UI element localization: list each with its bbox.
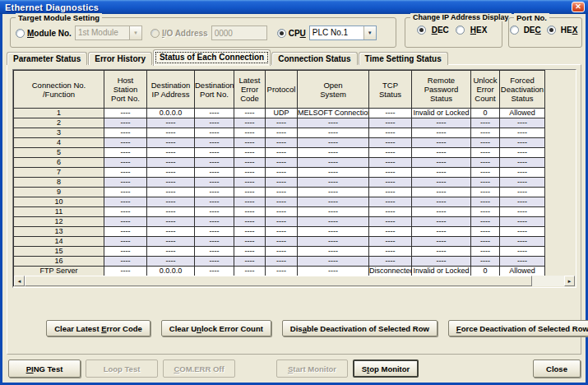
cpu-radio[interactable] bbox=[277, 29, 286, 38]
force-deactivation-of-selected-row-button[interactable]: Force Deactivation of Selected Row bbox=[448, 320, 588, 336]
port-hex-label: HEX bbox=[561, 26, 578, 35]
cell: ---- bbox=[298, 237, 369, 247]
table-row[interactable]: 6---------------------------------------… bbox=[14, 158, 545, 168]
port-hex-radio[interactable] bbox=[547, 26, 556, 35]
scrollbar-thumb[interactable] bbox=[25, 276, 532, 286]
table-row[interactable]: 9---------------------------------------… bbox=[14, 188, 545, 197]
cell: ---- bbox=[234, 197, 266, 207]
cell: ---- bbox=[412, 197, 471, 207]
cell: ---- bbox=[266, 217, 298, 227]
close-icon[interactable]: ✕ bbox=[572, 2, 585, 12]
cell: ---- bbox=[369, 109, 412, 118]
table-row[interactable]: 1----0.0.0.0--------UDPMELSOFT Connectio… bbox=[14, 109, 545, 118]
table-row[interactable]: 3---------------------------------------… bbox=[14, 128, 545, 138]
horizontal-scrollbar[interactable]: ◄ ► bbox=[14, 276, 575, 286]
cell: ---- bbox=[234, 247, 266, 257]
cell: ---- bbox=[471, 178, 500, 188]
cell: ---- bbox=[471, 148, 500, 158]
ip-dec-radio[interactable] bbox=[417, 26, 426, 35]
cell: ---- bbox=[500, 138, 545, 148]
table-row[interactable]: 16--------------------------------------… bbox=[14, 257, 545, 267]
row-label: 6 bbox=[14, 158, 104, 168]
table-row[interactable]: 14--------------------------------------… bbox=[14, 237, 545, 247]
ip-hex-radio[interactable] bbox=[456, 26, 465, 35]
cell: ---- bbox=[266, 207, 298, 217]
cell: ---- bbox=[104, 227, 147, 237]
table-row[interactable]: 10--------------------------------------… bbox=[14, 197, 545, 207]
start-monitor-button[interactable]: Start Monitor bbox=[276, 359, 348, 378]
cell: ---- bbox=[298, 138, 369, 148]
io-address-field bbox=[211, 26, 267, 40]
clear-latest-error-code-button[interactable]: Clear Latest Error Code bbox=[46, 320, 150, 336]
scrollbar-track[interactable] bbox=[25, 276, 564, 286]
cell: ---- bbox=[500, 257, 545, 267]
cell: ---- bbox=[266, 128, 298, 138]
column-header: TCP Status bbox=[369, 71, 412, 109]
cell: ---- bbox=[104, 188, 147, 197]
cell: ---- bbox=[500, 188, 545, 197]
port-dec-radio[interactable] bbox=[510, 26, 519, 35]
loop-test-button[interactable]: Loop Test bbox=[86, 359, 158, 378]
close-button[interactable]: Close bbox=[533, 359, 581, 378]
row-label: 14 bbox=[14, 237, 104, 247]
cell: UDP bbox=[266, 109, 298, 118]
cell: ---- bbox=[500, 207, 545, 217]
table-row[interactable]: 5---------------------------------------… bbox=[14, 148, 545, 158]
scroll-right-icon[interactable]: ► bbox=[564, 276, 575, 286]
cell: ---- bbox=[369, 168, 412, 178]
cell: ---- bbox=[412, 138, 471, 148]
table-action-buttons: Clear Latest Error CodeClear Unlock Erro… bbox=[69, 320, 574, 336]
cell: ---- bbox=[298, 118, 369, 128]
table-row[interactable]: 8---------------------------------------… bbox=[14, 178, 545, 188]
connection-status-table: Connection No. /FunctionHost Station Por… bbox=[13, 70, 545, 286]
table-row[interactable]: 12--------------------------------------… bbox=[14, 217, 545, 227]
scroll-left-icon[interactable]: ◄ bbox=[14, 276, 25, 286]
tab-connection-status[interactable]: Connection Status bbox=[271, 52, 357, 65]
cell: ---- bbox=[195, 158, 234, 168]
ping-test-button[interactable]: PING Test bbox=[8, 359, 81, 378]
column-header: Destination Port No. bbox=[195, 71, 234, 109]
cell: ---- bbox=[298, 247, 369, 257]
cell: ---- bbox=[195, 148, 234, 158]
module-no-select: 1st Module ▼ bbox=[75, 26, 142, 40]
tab-time-setting-status[interactable]: Time Setting Status bbox=[359, 52, 448, 65]
cell: ---- bbox=[147, 197, 195, 207]
com-err-off-button[interactable]: COM.ERR Off bbox=[163, 359, 235, 378]
cell: ---- bbox=[147, 247, 195, 257]
cell: ---- bbox=[147, 188, 195, 197]
table-row[interactable]: 11--------------------------------------… bbox=[14, 207, 545, 217]
cell: ---- bbox=[412, 178, 471, 188]
disable-deactivation-of-selected-row-button[interactable]: Disable Deactivation of Selected Row bbox=[282, 320, 438, 336]
cell: ---- bbox=[234, 237, 266, 247]
port-dec-label: DEC bbox=[524, 26, 541, 35]
tab-parameter-status[interactable]: Parameter Status bbox=[7, 52, 87, 65]
cell: 0.0.0.0 bbox=[147, 267, 195, 276]
table-row[interactable]: 7---------------------------------------… bbox=[14, 168, 545, 178]
table-row[interactable]: 4---------------------------------------… bbox=[14, 138, 545, 148]
tab-error-history[interactable]: Error History bbox=[88, 52, 152, 65]
cell: ---- bbox=[412, 148, 471, 158]
cell: ---- bbox=[195, 138, 234, 148]
clear-unlock-error-count-button[interactable]: Clear Unlock Error Count bbox=[161, 320, 271, 336]
table-row[interactable]: 15--------------------------------------… bbox=[14, 247, 545, 257]
cell: ---- bbox=[266, 247, 298, 257]
table-row[interactable]: FTP Server----0.0.0.0----------------Dis… bbox=[14, 267, 545, 276]
module-no-radio[interactable] bbox=[16, 29, 25, 38]
group-label: Change IP Address Display bbox=[410, 13, 512, 21]
cell: ---- bbox=[298, 148, 369, 158]
row-label: 3 bbox=[14, 128, 104, 138]
tab-status-of-each-connection[interactable]: Status of Each Connection bbox=[153, 49, 271, 66]
cell: ---- bbox=[104, 237, 147, 247]
cell: ---- bbox=[298, 128, 369, 138]
row-label: 1 bbox=[14, 109, 104, 118]
cell: ---- bbox=[471, 168, 500, 178]
cell: ---- bbox=[369, 227, 412, 237]
stop-monitor-button[interactable]: Stop Monitor bbox=[353, 359, 419, 378]
table-row[interactable]: 13--------------------------------------… bbox=[14, 227, 545, 237]
table-row[interactable]: 2---------------------------------------… bbox=[14, 118, 545, 128]
cpu-select[interactable]: PLC No.1 ▼ bbox=[309, 26, 377, 40]
row-label: 7 bbox=[14, 168, 104, 178]
cell: ---- bbox=[298, 207, 369, 217]
cell: ---- bbox=[104, 118, 147, 128]
cell: ---- bbox=[412, 118, 471, 128]
